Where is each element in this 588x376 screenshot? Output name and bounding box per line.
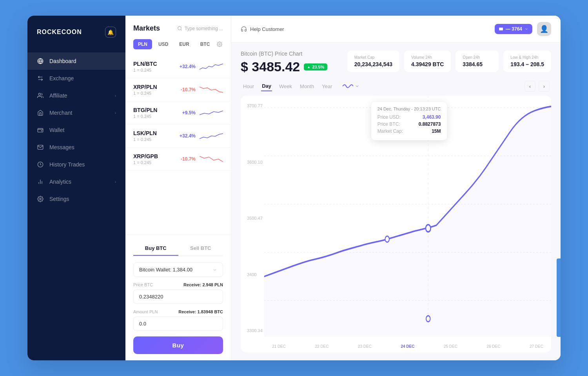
wallet-label: Bitcoin Wallet: 1,384.00 <box>139 267 192 273</box>
tab-usd[interactable]: USD <box>154 39 173 49</box>
account-chip[interactable]: — 3764 <box>495 24 532 34</box>
x-label-25dec: 25 DEC <box>444 344 457 349</box>
blue-accent-bar <box>557 258 561 337</box>
sidebar-item-dashboard[interactable]: Dashboard <box>27 52 125 70</box>
y-label-4: 3300.34 <box>247 328 263 333</box>
stat-card-market-cap: Market Cap 20,234,234,543 <box>347 51 399 72</box>
tab-sell-btc[interactable]: Sell BTC <box>178 241 223 256</box>
stat-card-volume: Volume 24h 4.39429 BTC <box>404 51 451 72</box>
wallet-select[interactable]: Bitcoin Wallet: 1,384.00 <box>133 262 223 277</box>
tab-buy-btc[interactable]: Buy BTC <box>133 241 178 256</box>
y-label-3: 3400 <box>247 272 263 277</box>
tab-pln[interactable]: PLN <box>133 39 152 49</box>
tab-week[interactable]: Week <box>278 82 293 91</box>
pair-rate-pln-btc: 1 = 0.245 <box>133 68 176 72</box>
pair-item-pln-btc[interactable]: PLN/BTC 1 = 0.245 +32.4% <box>125 55 231 78</box>
tooltip-price-btc-label: Price BTC: <box>377 121 400 127</box>
amount-pln-input[interactable] <box>133 316 223 331</box>
pair-item-xrp-gpb[interactable]: XRP/GPB 1 = 0.245 -10.7% <box>125 148 231 171</box>
stat-label-volume: Volume 24h <box>411 55 444 60</box>
search-box[interactable]: Type something ... <box>177 26 223 31</box>
stat-card-open: Open 24h 3384.65 <box>456 51 499 72</box>
x-label-23dec: 23 DEC <box>358 344 372 349</box>
sidebar-item-settings[interactable]: Settings <box>27 190 125 208</box>
sidebar-item-merchant[interactable]: Merchant › <box>27 104 125 121</box>
chart-header: Bitcoin (BTC) Price Chart $ 3485.42 ▲ 23… <box>241 51 551 74</box>
stat-label-lowhigh: Low & High 24h <box>510 55 544 60</box>
top-bar: Help Customer — 3764 👤 <box>231 16 561 43</box>
tab-year[interactable]: Year <box>321 82 333 91</box>
pair-item-btg-pln[interactable]: BTG/PLN 1 = 0.245 +9.5% <box>125 101 231 125</box>
pair-item-lsk-pln[interactable]: LSK/PLN 1 = 0.245 +32.4% <box>125 125 231 148</box>
pair-name-btg-pln: BTG/PLN <box>133 107 178 113</box>
pair-item-xrp-pln[interactable]: XRP/PLN 1 = 0.245 -10.7% <box>125 78 231 101</box>
help-button[interactable]: Help Customer <box>241 26 284 32</box>
nav-items: Dashboard Exchange Affiliate › <box>27 49 125 360</box>
y-label-1: 3600.10 <box>247 160 263 164</box>
chart-prev-button[interactable]: ‹ <box>524 81 535 92</box>
tab-eur[interactable]: EUR <box>174 39 194 49</box>
sidebar-item-analytics[interactable]: Analytics › <box>27 173 125 190</box>
price-btc-label: Price BTC <box>133 282 153 287</box>
sidebar-label-history-trades: History Trades <box>49 161 85 168</box>
chart-time-tabs: Hour Day Week Month Year ‹ › <box>241 81 551 92</box>
wallet-icon <box>37 127 44 134</box>
stat-value-market-cap: 20,234,234,543 <box>354 61 392 67</box>
trade-section: Buy BTC Sell BTC Bitcoin Wallet: 1,384.0… <box>125 235 231 360</box>
sidebar: ROCKECOON 🔔 Dashboard Exchange <box>27 16 125 360</box>
merchant-icon <box>37 109 44 116</box>
tooltip-market-cap-value: 15M <box>432 128 441 134</box>
x-label-21dec: 21 DEC <box>272 344 286 349</box>
price-btc-receive: Receive: 2.948 PLN <box>183 282 223 287</box>
buy-button[interactable]: Buy <box>133 336 223 354</box>
tab-day[interactable]: Day <box>261 81 272 91</box>
stat-label-market-cap: Market Cap <box>354 55 392 60</box>
avatar[interactable]: 👤 <box>537 22 551 36</box>
tab-btc[interactable]: BTC <box>196 39 215 49</box>
svg-rect-13 <box>499 28 503 31</box>
sidebar-item-exchange[interactable]: Exchange <box>27 70 125 87</box>
price-value: $ 3485.42 <box>241 59 300 74</box>
sidebar-logo: ROCKECOON 🔔 <box>27 16 125 49</box>
sidebar-label-settings: Settings <box>49 196 69 202</box>
pair-change-pln-btc: +32.4% <box>180 64 196 69</box>
chevron-right-icon-merchant: › <box>115 111 116 115</box>
sidebar-item-history-trades[interactable]: History Trades <box>27 156 125 173</box>
chart-x-labels: 21 DEC 22 DEC 23 DEC 24 DEC 25 DEC 26 DE… <box>272 344 543 349</box>
svg-line-11 <box>181 29 181 30</box>
price-change-value: 23.5% <box>312 65 324 69</box>
tab-hour[interactable]: Hour <box>242 82 255 91</box>
svg-rect-3 <box>38 128 43 132</box>
svg-point-2 <box>38 93 40 95</box>
account-number: — 3764 <box>506 26 522 32</box>
x-label-22dec: 22 DEC <box>315 344 328 349</box>
pair-change-btg-pln: +9.5% <box>182 110 196 116</box>
coin-title: Bitcoin (BTC) Price Chart <box>241 51 327 57</box>
price-change-badge: ▲ 23.5% <box>304 63 327 70</box>
messages-icon <box>37 144 44 151</box>
notification-bell[interactable]: 🔔 <box>105 27 116 38</box>
tooltip-market-cap-label: Market Cap: <box>377 128 403 134</box>
affiliate-icon <box>37 92 44 99</box>
sidebar-item-wallet[interactable]: Wallet <box>27 121 125 139</box>
sidebar-item-messages[interactable]: Messages <box>27 139 125 156</box>
chart-wave-button[interactable] <box>342 83 359 89</box>
tooltip-date: 24 Dec, Thunday - 20:13:23 UTC <box>377 107 441 111</box>
sidebar-label-wallet: Wallet <box>49 127 64 133</box>
chart-next-button[interactable]: › <box>539 81 550 92</box>
price-btc-input[interactable] <box>133 289 223 304</box>
logo-text: ROCKECOON <box>37 29 82 36</box>
price-tooltip: 24 Dec, Thunday - 20:13:23 UTC Price USD… <box>371 102 447 140</box>
markets-header: Markets Type something ... <box>125 16 231 39</box>
sidebar-item-affiliate[interactable]: Affiliate › <box>27 87 125 104</box>
chart-y-labels: 3700.77 3600.10 3500.47 3400 3300.34 <box>247 96 263 337</box>
pair-name-lsk-pln: LSK/PLN <box>133 130 176 136</box>
pair-rate-xrp-pln: 1 = 0.245 <box>133 91 177 96</box>
top-bar-right: — 3764 👤 <box>495 22 551 36</box>
pair-rate-btg-pln: 1 = 0.245 <box>133 114 178 119</box>
sidebar-label-merchant: Merchant <box>49 110 72 116</box>
settings-gear-icon[interactable] <box>216 39 223 50</box>
exchange-icon <box>37 75 44 82</box>
markets-title: Markets <box>133 24 160 33</box>
tab-month[interactable]: Month <box>299 82 315 91</box>
